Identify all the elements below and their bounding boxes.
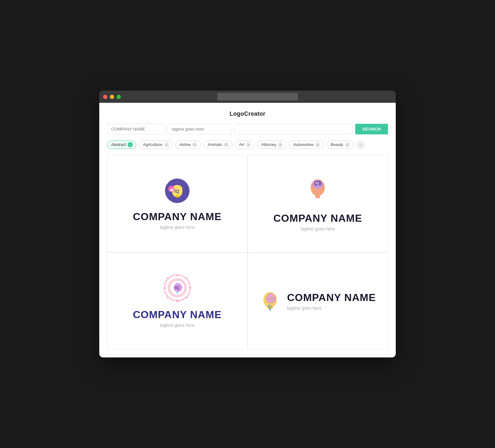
filter-check-automotive: ✓ [315, 142, 320, 147]
search-button[interactable]: SEARCH [355, 124, 388, 134]
svg-rect-6 [170, 190, 171, 191]
maximize-button[interactable] [117, 95, 121, 99]
filter-label-attorney: Attorney [261, 142, 277, 147]
logo-card-1[interactable]: IQ COMPANY NAME tagline goes here [107, 155, 247, 252]
filter-label-animals: Animals [208, 142, 222, 147]
logo-icon-1: IQ [164, 178, 190, 205]
logo-card-2[interactable]: IQ COMPANY NAME tagline goes here [248, 155, 388, 252]
filter-check-airline: ✓ [192, 142, 197, 147]
logo-tagline-4: tagline goes here [287, 306, 376, 311]
company-name-input[interactable] [107, 124, 165, 134]
filter-tag-art[interactable]: Art✓ [235, 141, 255, 149]
svg-point-31 [269, 308, 271, 310]
filter-next-button[interactable]: → [356, 140, 365, 149]
svg-rect-8 [172, 189, 173, 191]
svg-rect-2 [175, 195, 179, 196]
svg-text:IQ: IQ [315, 181, 319, 185]
minimize-button[interactable] [110, 95, 114, 99]
svg-rect-30 [267, 307, 272, 309]
filter-tag-agriculture[interactable]: Agriculture✓ [139, 141, 173, 149]
filter-check-attorney: ✓ [278, 142, 283, 147]
logo-tagline-1: tagline goes here [160, 225, 194, 230]
filter-tag-animals[interactable]: Animals✓ [203, 141, 232, 149]
app-title: LogoCreator [107, 111, 388, 117]
search-input[interactable] [235, 124, 353, 134]
filter-tag-attorney[interactable]: Attorney✓ [257, 141, 287, 149]
filter-label-beauty: Beauty [331, 142, 343, 147]
logo-card-4[interactable]: COMPANY NAME tagline goes here [248, 253, 388, 349]
filter-check-abstract: ✓ [128, 142, 133, 147]
titlebar [99, 91, 396, 103]
filter-tag-beauty[interactable]: Beauty✓ [326, 141, 354, 149]
filter-check-art: ✓ [246, 142, 251, 147]
svg-rect-7 [171, 189, 172, 191]
close-button[interactable] [103, 95, 107, 99]
svg-point-20 [186, 277, 188, 279]
filter-tag-abstract[interactable]: Abstract✓ [107, 141, 136, 149]
logo-company-2: COMPANY NAME [273, 212, 362, 224]
logo-grid: IQ COMPANY NAME tagline goes here [107, 155, 388, 350]
filter-label-art: Art [239, 142, 244, 147]
filter-label-automotive: Automotive [293, 142, 314, 147]
svg-point-22 [186, 297, 188, 298]
svg-text:IQ: IQ [175, 285, 180, 290]
filter-check-beauty: ✓ [345, 142, 350, 147]
filter-label-agriculture: Agriculture [143, 142, 162, 147]
filter-label-abstract: Abstract [111, 142, 126, 147]
filter-check-agriculture: ✓ [164, 142, 169, 147]
svg-point-19 [167, 277, 169, 279]
logo-icon-3: IQ [164, 274, 191, 303]
tagline-input[interactable] [168, 124, 232, 134]
logo-icon-2: IQ [306, 176, 330, 207]
logo-company-1: COMPANY NAME [133, 211, 222, 223]
app-window: LogoCreator SEARCH Abstract✓Agriculture✓… [99, 91, 396, 357]
filter-bar: Abstract✓Agriculture✓Airline✓Animals✓Art… [107, 140, 388, 149]
logo-card-3[interactable]: IQ COMPANY NAME tagline goes here [107, 253, 247, 349]
logo-tagline-2: tagline goes here [300, 226, 335, 231]
filter-tag-airline[interactable]: Airline✓ [175, 141, 201, 149]
filter-label-airline: Airline [180, 142, 191, 147]
filter-tag-automotive[interactable]: Automotive✓ [289, 141, 324, 149]
app-content: LogoCreator SEARCH Abstract✓Agriculture✓… [99, 103, 396, 357]
logo-icon-4 [260, 288, 281, 314]
svg-rect-3 [176, 197, 179, 198]
filter-check-animals: ✓ [224, 142, 229, 147]
search-bar: SEARCH [107, 124, 388, 134]
svg-rect-10 [315, 194, 320, 198]
address-bar [217, 93, 298, 101]
logo-company-4: COMPANY NAME [287, 292, 376, 304]
logo-company-3: COMPANY NAME [133, 309, 222, 321]
logo-tagline-3: tagline goes here [160, 323, 194, 328]
svg-text:IQ: IQ [174, 189, 179, 194]
logo4-text-group: COMPANY NAME tagline goes here [287, 292, 376, 311]
svg-point-21 [167, 297, 169, 298]
